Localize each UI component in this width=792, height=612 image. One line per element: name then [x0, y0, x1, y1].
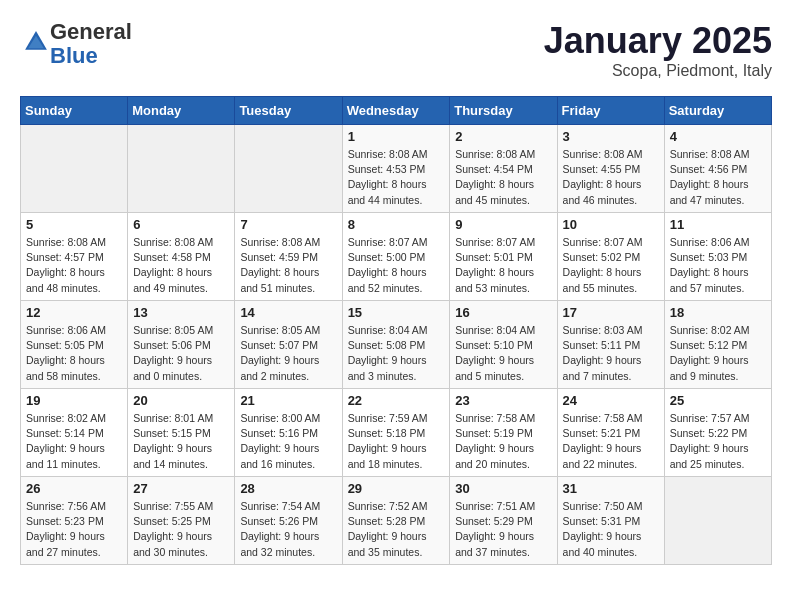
calendar-cell	[128, 125, 235, 213]
logo-blue-text: Blue	[50, 43, 98, 68]
calendar-week-5: 26Sunrise: 7:56 AM Sunset: 5:23 PM Dayli…	[21, 477, 772, 565]
calendar-week-2: 5Sunrise: 8:08 AM Sunset: 4:57 PM Daylig…	[21, 213, 772, 301]
calendar-cell: 22Sunrise: 7:59 AM Sunset: 5:18 PM Dayli…	[342, 389, 450, 477]
calendar-cell: 4Sunrise: 8:08 AM Sunset: 4:56 PM Daylig…	[664, 125, 771, 213]
calendar-body: 1Sunrise: 8:08 AM Sunset: 4:53 PM Daylig…	[21, 125, 772, 565]
calendar-cell: 13Sunrise: 8:05 AM Sunset: 5:06 PM Dayli…	[128, 301, 235, 389]
calendar-cell: 19Sunrise: 8:02 AM Sunset: 5:14 PM Dayli…	[21, 389, 128, 477]
day-number: 4	[670, 129, 766, 144]
day-number: 30	[455, 481, 551, 496]
day-number: 21	[240, 393, 336, 408]
day-info: Sunrise: 8:07 AM Sunset: 5:00 PM Dayligh…	[348, 235, 445, 296]
calendar-subtitle: Scopa, Piedmont, Italy	[544, 62, 772, 80]
day-info: Sunrise: 8:00 AM Sunset: 5:16 PM Dayligh…	[240, 411, 336, 472]
calendar-cell: 29Sunrise: 7:52 AM Sunset: 5:28 PM Dayli…	[342, 477, 450, 565]
calendar-cell: 5Sunrise: 8:08 AM Sunset: 4:57 PM Daylig…	[21, 213, 128, 301]
calendar-cell: 27Sunrise: 7:55 AM Sunset: 5:25 PM Dayli…	[128, 477, 235, 565]
day-number: 22	[348, 393, 445, 408]
day-number: 12	[26, 305, 122, 320]
calendar-week-4: 19Sunrise: 8:02 AM Sunset: 5:14 PM Dayli…	[21, 389, 772, 477]
weekday-monday: Monday	[128, 97, 235, 125]
weekday-header-row: SundayMondayTuesdayWednesdayThursdayFrid…	[21, 97, 772, 125]
calendar-cell: 7Sunrise: 8:08 AM Sunset: 4:59 PM Daylig…	[235, 213, 342, 301]
calendar-cell: 1Sunrise: 8:08 AM Sunset: 4:53 PM Daylig…	[342, 125, 450, 213]
calendar-cell: 6Sunrise: 8:08 AM Sunset: 4:58 PM Daylig…	[128, 213, 235, 301]
day-number: 31	[563, 481, 659, 496]
day-number: 15	[348, 305, 445, 320]
calendar-cell: 21Sunrise: 8:00 AM Sunset: 5:16 PM Dayli…	[235, 389, 342, 477]
day-number: 19	[26, 393, 122, 408]
calendar-cell: 15Sunrise: 8:04 AM Sunset: 5:08 PM Dayli…	[342, 301, 450, 389]
day-number: 26	[26, 481, 122, 496]
day-number: 9	[455, 217, 551, 232]
day-info: Sunrise: 7:59 AM Sunset: 5:18 PM Dayligh…	[348, 411, 445, 472]
day-info: Sunrise: 7:55 AM Sunset: 5:25 PM Dayligh…	[133, 499, 229, 560]
day-number: 18	[670, 305, 766, 320]
calendar-cell: 25Sunrise: 7:57 AM Sunset: 5:22 PM Dayli…	[664, 389, 771, 477]
day-number: 8	[348, 217, 445, 232]
day-number: 3	[563, 129, 659, 144]
day-number: 2	[455, 129, 551, 144]
day-info: Sunrise: 8:06 AM Sunset: 5:05 PM Dayligh…	[26, 323, 122, 384]
calendar-title: January 2025	[544, 20, 772, 62]
day-info: Sunrise: 8:08 AM Sunset: 4:59 PM Dayligh…	[240, 235, 336, 296]
day-number: 16	[455, 305, 551, 320]
day-info: Sunrise: 7:56 AM Sunset: 5:23 PM Dayligh…	[26, 499, 122, 560]
calendar-cell: 3Sunrise: 8:08 AM Sunset: 4:55 PM Daylig…	[557, 125, 664, 213]
day-info: Sunrise: 8:08 AM Sunset: 4:55 PM Dayligh…	[563, 147, 659, 208]
weekday-wednesday: Wednesday	[342, 97, 450, 125]
day-number: 23	[455, 393, 551, 408]
day-info: Sunrise: 8:03 AM Sunset: 5:11 PM Dayligh…	[563, 323, 659, 384]
day-info: Sunrise: 8:05 AM Sunset: 5:07 PM Dayligh…	[240, 323, 336, 384]
day-number: 1	[348, 129, 445, 144]
calendar-cell: 24Sunrise: 7:58 AM Sunset: 5:21 PM Dayli…	[557, 389, 664, 477]
title-block: January 2025 Scopa, Piedmont, Italy	[544, 20, 772, 80]
day-number: 6	[133, 217, 229, 232]
calendar-cell	[235, 125, 342, 213]
day-info: Sunrise: 8:02 AM Sunset: 5:12 PM Dayligh…	[670, 323, 766, 384]
day-info: Sunrise: 8:07 AM Sunset: 5:02 PM Dayligh…	[563, 235, 659, 296]
calendar-cell: 17Sunrise: 8:03 AM Sunset: 5:11 PM Dayli…	[557, 301, 664, 389]
weekday-tuesday: Tuesday	[235, 97, 342, 125]
calendar-table: SundayMondayTuesdayWednesdayThursdayFrid…	[20, 96, 772, 565]
day-info: Sunrise: 7:52 AM Sunset: 5:28 PM Dayligh…	[348, 499, 445, 560]
day-number: 11	[670, 217, 766, 232]
day-number: 10	[563, 217, 659, 232]
day-info: Sunrise: 7:57 AM Sunset: 5:22 PM Dayligh…	[670, 411, 766, 472]
calendar-cell: 14Sunrise: 8:05 AM Sunset: 5:07 PM Dayli…	[235, 301, 342, 389]
logo-icon	[22, 28, 50, 56]
day-info: Sunrise: 7:51 AM Sunset: 5:29 PM Dayligh…	[455, 499, 551, 560]
day-number: 20	[133, 393, 229, 408]
day-info: Sunrise: 8:06 AM Sunset: 5:03 PM Dayligh…	[670, 235, 766, 296]
day-number: 17	[563, 305, 659, 320]
logo-general-text: General	[50, 19, 132, 44]
day-number: 5	[26, 217, 122, 232]
calendar-cell: 26Sunrise: 7:56 AM Sunset: 5:23 PM Dayli…	[21, 477, 128, 565]
day-info: Sunrise: 7:58 AM Sunset: 5:21 PM Dayligh…	[563, 411, 659, 472]
day-info: Sunrise: 8:08 AM Sunset: 4:56 PM Dayligh…	[670, 147, 766, 208]
day-number: 13	[133, 305, 229, 320]
day-info: Sunrise: 8:08 AM Sunset: 4:58 PM Dayligh…	[133, 235, 229, 296]
calendar-cell: 31Sunrise: 7:50 AM Sunset: 5:31 PM Dayli…	[557, 477, 664, 565]
logo: General Blue	[20, 20, 132, 68]
calendar-cell: 2Sunrise: 8:08 AM Sunset: 4:54 PM Daylig…	[450, 125, 557, 213]
weekday-sunday: Sunday	[21, 97, 128, 125]
day-number: 28	[240, 481, 336, 496]
weekday-saturday: Saturday	[664, 97, 771, 125]
calendar-cell: 30Sunrise: 7:51 AM Sunset: 5:29 PM Dayli…	[450, 477, 557, 565]
day-info: Sunrise: 8:08 AM Sunset: 4:54 PM Dayligh…	[455, 147, 551, 208]
day-info: Sunrise: 7:58 AM Sunset: 5:19 PM Dayligh…	[455, 411, 551, 472]
calendar-cell: 8Sunrise: 8:07 AM Sunset: 5:00 PM Daylig…	[342, 213, 450, 301]
calendar-cell: 20Sunrise: 8:01 AM Sunset: 5:15 PM Dayli…	[128, 389, 235, 477]
day-number: 25	[670, 393, 766, 408]
calendar-cell: 18Sunrise: 8:02 AM Sunset: 5:12 PM Dayli…	[664, 301, 771, 389]
day-number: 7	[240, 217, 336, 232]
calendar-header: SundayMondayTuesdayWednesdayThursdayFrid…	[21, 97, 772, 125]
day-info: Sunrise: 7:54 AM Sunset: 5:26 PM Dayligh…	[240, 499, 336, 560]
calendar-cell	[664, 477, 771, 565]
calendar-cell: 9Sunrise: 8:07 AM Sunset: 5:01 PM Daylig…	[450, 213, 557, 301]
calendar-cell	[21, 125, 128, 213]
day-number: 29	[348, 481, 445, 496]
page-header: General Blue January 2025 Scopa, Piedmon…	[20, 20, 772, 80]
calendar-week-1: 1Sunrise: 8:08 AM Sunset: 4:53 PM Daylig…	[21, 125, 772, 213]
